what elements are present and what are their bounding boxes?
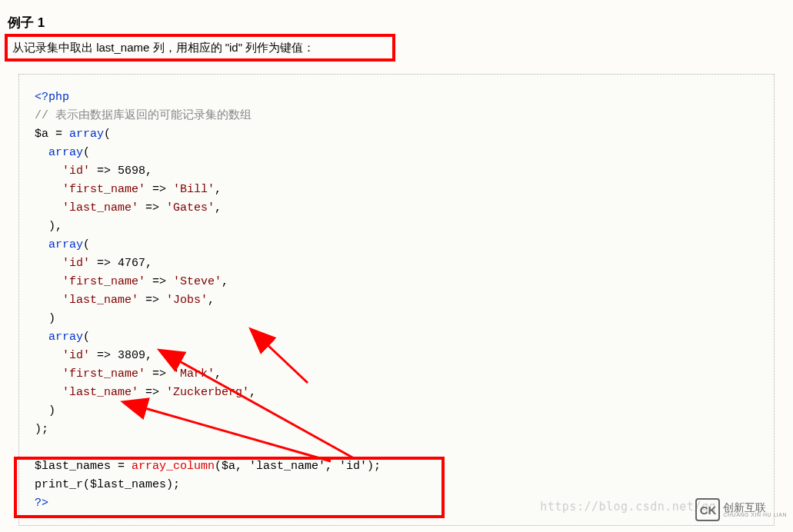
code-line: ), — [35, 218, 758, 236]
code-line: $a = array( — [35, 125, 758, 144]
logo-subtext: CHUANG XIN HU LIAN — [723, 512, 787, 517]
description-highlight-box: 从记录集中取出 last_name 列，用相应的 "id" 列作为键值： — [5, 34, 395, 62]
code-blank-line — [35, 439, 758, 457]
description-text: 从记录集中取出 last_name 列，用相应的 "id" 列作为键值： — [12, 41, 315, 55]
example-heading: 例子 1 — [8, 14, 45, 32]
code-line: 'first_name' => 'Steve', — [35, 273, 758, 291]
code-line: ) — [35, 402, 758, 421]
code-block: <?php // 表示由数据库返回的可能记录集的数组 $a = array( a… — [18, 74, 775, 526]
code-print-line: print_r($last_names); — [35, 476, 758, 494]
logo-text: 创新互联 — [723, 503, 787, 512]
code-line: 'last_name' => 'Gates', — [35, 199, 758, 218]
logo-mark: CK — [695, 498, 720, 521]
code-line: 'last_name' => 'Jobs', — [35, 291, 758, 310]
code-line: array( — [35, 236, 758, 254]
code-line: 'first_name' => 'Mark', — [35, 365, 758, 384]
code-line: ) — [35, 310, 758, 328]
watermark-url: https://blog.csdn.net/qq — [540, 500, 716, 514]
code-line: array( — [35, 328, 758, 347]
code-line: ); — [35, 421, 758, 439]
code-line: 'first_name' => 'Bill', — [35, 181, 758, 199]
code-line: 'id' => 3809, — [35, 347, 758, 365]
code-line: array( — [35, 144, 758, 162]
code-line: 'last_name' => 'Zuckerberg', — [35, 384, 758, 402]
code-line: 'id' => 4767, — [35, 254, 758, 273]
code-comment: // 表示由数据库返回的可能记录集的数组 — [35, 107, 758, 125]
code-result-line: $last_names = array_column($a, 'last_nam… — [35, 457, 758, 476]
code-line: <?php — [35, 88, 758, 107]
code-line: 'id' => 5698, — [35, 162, 758, 181]
brand-logo: CK 创新互联 CHUANG XIN HU LIAN — [695, 498, 787, 521]
